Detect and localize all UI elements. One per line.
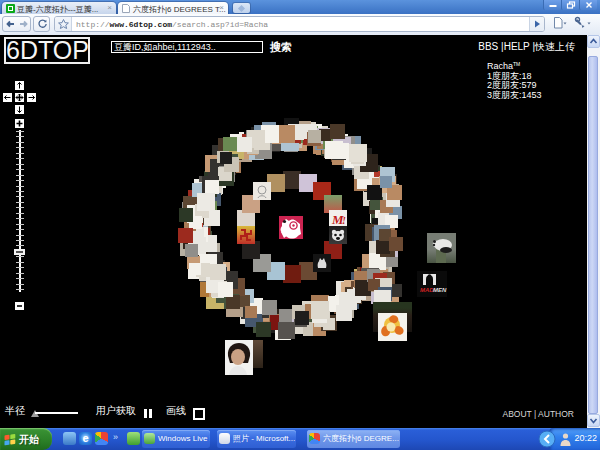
- svg-text:!: !: [342, 215, 346, 226]
- svg-text:MEN: MEN: [433, 287, 447, 293]
